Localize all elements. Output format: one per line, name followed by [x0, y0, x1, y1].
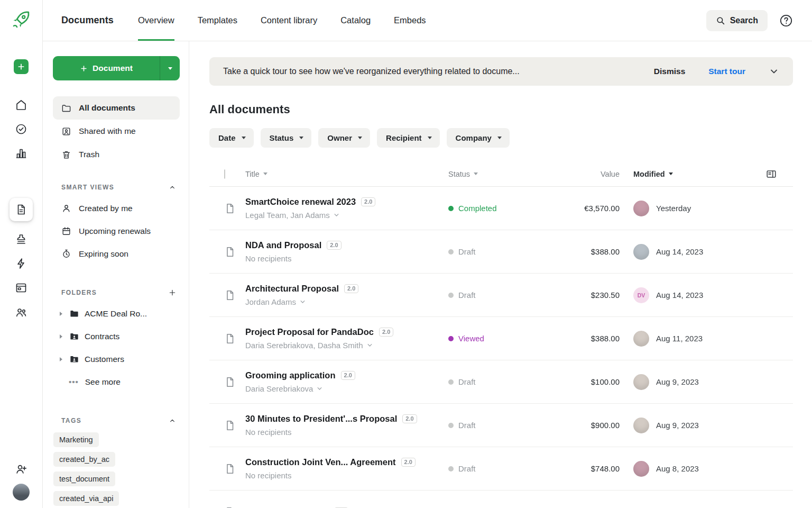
tab-embeds[interactable]: Embeds	[394, 0, 426, 41]
document-value: $100.00	[556, 377, 620, 386]
version-badge: 2.0	[401, 458, 416, 467]
page-title: Documents	[61, 15, 114, 26]
expand-caret-icon[interactable]	[60, 334, 62, 339]
search-button[interactable]: Search	[706, 10, 768, 31]
document-title: Project Proposal for PandaDoc	[245, 327, 374, 337]
see-more-folders[interactable]: ••• See more	[53, 370, 180, 393]
reports-icon[interactable]	[15, 147, 27, 160]
collapse-chevron-icon[interactable]	[168, 416, 177, 425]
tab-catalog[interactable]: Catalog	[340, 0, 371, 41]
modified-date: Aug 8, 2023	[656, 464, 699, 473]
shared-folder-icon	[69, 354, 79, 364]
main-content: Take a quick tour to see how we've reorg…	[189, 41, 812, 508]
tag-marketing[interactable]: Marketing	[53, 432, 99, 447]
modified-date: Aug 11, 2023	[656, 334, 703, 343]
stopwatch-icon	[61, 249, 71, 259]
user-avatar[interactable]	[13, 484, 30, 501]
column-modified[interactable]: Modified	[633, 170, 673, 178]
customize-columns-icon[interactable]	[765, 168, 777, 180]
smart-view-created-by-me[interactable]: Created by me	[53, 197, 180, 220]
column-title[interactable]: Title	[245, 170, 448, 178]
sidebar-item-trash[interactable]: Trash	[53, 143, 180, 166]
owner-avatar	[633, 461, 649, 477]
table-row[interactable]: Architectural Proposal 2.0 Jordan Adams …	[209, 274, 793, 317]
document-recipients: Daria Serebriakova, Dasha Smith	[245, 341, 363, 350]
plus-icon	[80, 65, 88, 72]
document-value: $748.00	[556, 464, 620, 473]
document-title: 30 Minutes to President'...s Proposal	[245, 414, 397, 424]
smart-views-header: SMART VIEWS	[61, 183, 177, 192]
folder-acme-deal-room[interactable]: ACME Deal Ro...	[53, 302, 180, 325]
document-title: NDA and Proposal	[245, 240, 321, 250]
owner-avatar	[633, 331, 649, 347]
filter-bar: Date Status Owner Recipient Company	[209, 128, 793, 148]
folder-contracts[interactable]: Contracts	[53, 325, 180, 348]
column-value[interactable]: Value	[556, 170, 620, 178]
sidebar-item-all-documents[interactable]: All documents	[53, 96, 180, 120]
document-icon	[224, 333, 236, 344]
owner-avatar	[633, 418, 649, 433]
contacts-icon[interactable]	[15, 306, 27, 319]
document-value: €3,570.00	[556, 204, 620, 213]
modified-date: Yesterday	[656, 204, 691, 213]
table-row[interactable]: Project Proposal for PandaDoc 2.0 Daria …	[209, 317, 793, 360]
select-all-checkbox[interactable]	[224, 169, 225, 179]
tab-overview[interactable]: Overview	[138, 0, 174, 41]
table-row[interactable]: Project Proposal 2.0	[209, 491, 793, 508]
home-icon[interactable]	[15, 98, 27, 111]
tab-templates[interactable]: Templates	[198, 0, 237, 41]
new-document-button[interactable]: Document	[53, 56, 180, 80]
tasks-icon[interactable]	[15, 123, 27, 135]
documents-nav-active[interactable]	[10, 198, 33, 221]
sidebar-item-shared-with-me[interactable]: Shared with me	[53, 120, 180, 143]
expand-caret-icon[interactable]	[60, 312, 62, 316]
start-tour-button[interactable]: Start tour	[708, 67, 745, 76]
filter-company[interactable]: Company	[447, 128, 510, 148]
help-icon[interactable]	[779, 14, 793, 28]
document-value: $388.00	[556, 334, 620, 343]
chevron-down-icon[interactable]	[366, 341, 374, 349]
folder-customers[interactable]: Customers	[53, 348, 180, 370]
smart-view-upcoming-renewals[interactable]: Upcoming renewals	[53, 220, 180, 242]
forms-icon[interactable]	[15, 282, 27, 294]
filter-date[interactable]: Date	[209, 128, 254, 148]
version-badge: 2.0	[402, 414, 417, 423]
tags-header: TAGS	[61, 416, 177, 425]
invite-user-icon[interactable]	[15, 462, 27, 475]
tour-banner: Take a quick tour to see how we've reorg…	[209, 57, 793, 86]
table-row[interactable]: 30 Minutes to President'...s Proposal 2.…	[209, 404, 793, 447]
table-row[interactable]: Grooming application 2.0 Daria Serebriak…	[209, 360, 793, 404]
smart-view-expiring-soon[interactable]: Expiring soon	[53, 242, 180, 265]
collapse-chevron-icon[interactable]	[168, 183, 177, 192]
top-nav-tabs: Overview Templates Content library Catal…	[138, 0, 449, 41]
filter-owner[interactable]: Owner	[318, 128, 370, 148]
status-dot-icon	[448, 206, 454, 211]
table-row[interactable]: NDA and Proposal 2.0 No recipients Draft…	[209, 230, 793, 274]
tag-created-via-api[interactable]: created_via_api	[53, 491, 119, 506]
document-value: $900.00	[556, 421, 620, 430]
document-table-body: SmartChoice renewal 2023 2.0 Legal Team,…	[209, 187, 793, 508]
column-status[interactable]: Status	[448, 170, 556, 178]
sidebar: Document All documents Shared with me Tr…	[43, 41, 189, 508]
status-label: Draft	[458, 377, 476, 386]
inbox-icon[interactable]	[15, 233, 27, 246]
create-new-button[interactable]	[14, 59, 29, 74]
tag-created-by-ac[interactable]: created_by_ac	[53, 452, 115, 467]
filter-status[interactable]: Status	[261, 128, 312, 148]
tag-test-document[interactable]: test_document	[53, 471, 115, 486]
automations-icon[interactable]	[15, 257, 27, 270]
table-row[interactable]: SmartChoice renewal 2023 2.0 Legal Team,…	[209, 187, 793, 230]
chevron-down-icon[interactable]	[316, 385, 324, 393]
new-document-dropdown[interactable]	[160, 56, 180, 80]
pandadoc-logo-icon[interactable]	[10, 8, 32, 31]
chevron-down-icon[interactable]	[769, 66, 779, 77]
chevron-down-icon[interactable]	[333, 211, 340, 219]
dismiss-button[interactable]: Dismiss	[654, 67, 685, 76]
chevron-down-icon[interactable]	[299, 298, 307, 306]
filter-recipient[interactable]: Recipient	[377, 128, 440, 148]
tab-content-library[interactable]: Content library	[261, 0, 317, 41]
table-row[interactable]: Construction Joint Ven... Agreement 2.0 …	[209, 447, 793, 491]
expand-caret-icon[interactable]	[60, 357, 62, 361]
status-label: Draft	[458, 247, 476, 256]
add-folder-icon[interactable]	[168, 288, 177, 297]
